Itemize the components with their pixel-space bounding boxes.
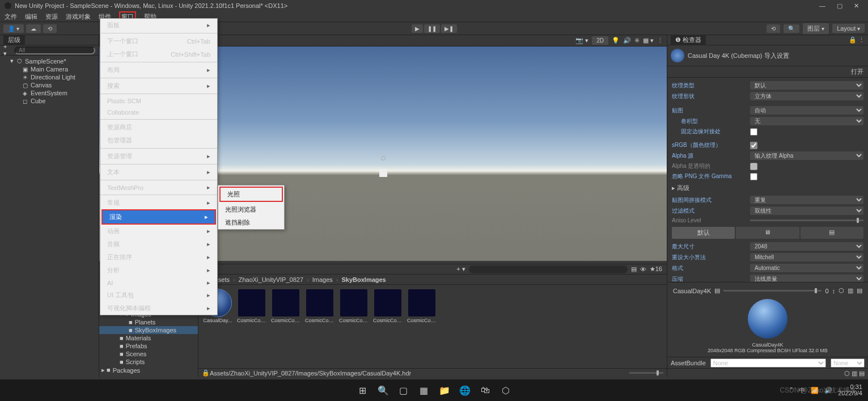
bottom-icon3[interactable]: ▤ xyxy=(859,370,865,377)
tree-materials[interactable]: ■ Materials xyxy=(99,334,198,342)
project-search-input[interactable] xyxy=(469,265,628,273)
resize-dropdown[interactable]: Mitchell xyxy=(750,253,863,261)
menu-item[interactable]: Collaborate xyxy=(100,107,217,118)
breadcrumb-zhaoxi[interactable]: ZhaoXi_UnityVIP_0827 xyxy=(239,276,303,283)
assetbundle-variant-dropdown[interactable]: None xyxy=(831,358,865,368)
project-filter-icon[interactable]: ▤ xyxy=(631,265,637,273)
widgets-icon[interactable]: ▦ xyxy=(417,383,431,398)
breadcrumb-images[interactable]: Images xyxy=(312,276,333,283)
play-button[interactable]: ▶ xyxy=(412,24,423,33)
scene-gizmos-dropdown[interactable]: ▦ ▾ xyxy=(643,37,654,44)
platform-default-tab[interactable]: 默认 xyxy=(672,227,735,239)
menu-item[interactable]: Plastic SCM xyxy=(100,95,217,107)
project-add-button[interactable]: + ▾ xyxy=(456,265,465,273)
layout-dropdown[interactable]: Layout ▾ xyxy=(832,24,865,33)
scene-more-icon[interactable]: ⋮ xyxy=(657,37,663,44)
srgb-checkbox[interactable] xyxy=(750,142,757,149)
menu-item[interactable]: 音频▸ xyxy=(100,238,217,251)
filter-dropdown[interactable]: 双线性 xyxy=(750,206,863,215)
menu-gameobject[interactable]: 游戏对象 xyxy=(66,12,91,21)
scene-2d-toggle[interactable]: 2D xyxy=(592,36,608,45)
scene-cube-object[interactable] xyxy=(379,169,387,177)
hierarchy-search-input[interactable] xyxy=(14,47,95,54)
assetbundle-dropdown[interactable]: None xyxy=(710,358,826,368)
hierarchy-item-camera[interactable]: ▣Main Camera xyxy=(0,65,99,73)
asset-thumb[interactable]: CosmicCoo... xyxy=(271,289,300,323)
compress-dropdown[interactable]: 法线质量 xyxy=(750,275,863,282)
bottom-icon2[interactable]: ▥ xyxy=(852,370,857,377)
menu-item[interactable]: 渲染▸ xyxy=(101,209,216,225)
taskview-icon[interactable]: ▢ xyxy=(396,383,411,398)
advanced-foldout[interactable]: ▸ 高级 xyxy=(672,181,863,195)
menu-edit[interactable]: 编辑 xyxy=(25,12,37,21)
texture-shape-dropdown[interactable]: 立方体 xyxy=(750,92,863,100)
inspector-tab[interactable]: ❶ 检查器 xyxy=(671,35,706,45)
scene-camera-icon[interactable]: 📷 ▾ xyxy=(575,37,588,44)
menu-item[interactable]: 常规▸ xyxy=(100,196,217,209)
hierarchy-item-eventsystem[interactable]: ◈EventSystem xyxy=(0,89,99,97)
scene-audio-toggle[interactable]: 🔊 xyxy=(623,37,631,44)
edge-icon[interactable]: 🌐 xyxy=(458,383,472,398)
asset-thumb[interactable]: CosmicCoo... xyxy=(373,289,403,323)
preview-mode-icon[interactable]: ▤ xyxy=(714,287,720,294)
hierarchy-item-canvas[interactable]: ▢Canvas xyxy=(0,81,99,89)
tree-packages[interactable]: ▸ ■ Packages xyxy=(99,366,198,374)
project-hidden-icon[interactable]: 👁 xyxy=(640,266,646,273)
hierarchy-item-light[interactable]: ☀Directional Light xyxy=(0,73,99,81)
menu-item[interactable]: 搜索▸ xyxy=(100,79,217,92)
texture-type-dropdown[interactable]: 默认 xyxy=(750,81,863,90)
menu-item[interactable]: 布局▸ xyxy=(100,64,217,77)
menu-file[interactable]: 文件 xyxy=(5,12,17,21)
submenu-item[interactable]: 遮挡剔除 xyxy=(218,216,284,229)
breadcrumb-skybox[interactable]: SkyBoxImages xyxy=(341,276,386,283)
menu-item[interactable]: 可视化脚本编程▸ xyxy=(100,302,217,315)
inspector-lock-icon[interactable]: 🔒 ⋮ xyxy=(849,36,865,44)
tree-skyboximages[interactable]: ■ SkyBoxImages xyxy=(99,326,198,334)
menu-item[interactable]: 面板▸ xyxy=(100,19,217,32)
ignore-png-checkbox[interactable] xyxy=(750,173,757,180)
account-button[interactable]: 👤 ▾ xyxy=(3,24,24,33)
fixup-checkbox[interactable] xyxy=(750,128,757,136)
search-button[interactable]: 🔍 xyxy=(784,24,799,33)
close-button[interactable]: ✕ xyxy=(854,2,859,10)
minimize-button[interactable]: — xyxy=(819,2,825,10)
tree-scripts[interactable]: ■ Scripts xyxy=(99,358,198,366)
menu-item[interactable]: 资源商店 xyxy=(100,121,217,134)
submenu-item[interactable]: 光照浏览器 xyxy=(218,203,284,216)
scene-item[interactable]: ▾⬡SampleScene* xyxy=(0,57,99,65)
menu-item[interactable]: 分析▸ xyxy=(100,264,217,277)
format-dropdown[interactable]: Automatic xyxy=(750,264,863,272)
thumbnail-size-slider[interactable] xyxy=(629,372,663,374)
submenu-item[interactable]: 光照 xyxy=(219,187,283,202)
alpha-src-dropdown[interactable]: 输入纹理 Alpha xyxy=(750,151,863,160)
wrap-dropdown[interactable]: 重复 xyxy=(750,196,863,204)
menu-item[interactable]: 文本▸ xyxy=(100,166,217,179)
bottom-icon1[interactable]: ⬡ xyxy=(844,370,850,377)
asset-thumb[interactable]: CosmicCoo... xyxy=(339,289,369,323)
preview-icon3[interactable]: ▥ xyxy=(848,287,853,294)
scene-light-toggle[interactable]: 💡 xyxy=(612,37,620,44)
search-icon[interactable]: 🔍 xyxy=(376,383,391,398)
layers-dropdown[interactable]: 图层 ▾ xyxy=(803,23,829,34)
undo-history-button[interactable]: ⟲ xyxy=(767,24,780,33)
tree-scenes2[interactable]: ■ Scenes xyxy=(99,350,198,358)
preview-sphere[interactable] xyxy=(748,299,787,339)
tree-prefabs[interactable]: ■ Prefabs xyxy=(99,342,198,350)
inspector-open-button[interactable]: 打开 xyxy=(851,68,863,75)
cloud-button[interactable]: ☁ xyxy=(26,24,41,33)
maximize-button[interactable]: ▢ xyxy=(837,2,842,10)
menu-item[interactable]: TextMeshPro▸ xyxy=(100,181,217,193)
platform-pc-tab[interactable]: 🖥 xyxy=(736,227,799,239)
preview-icon4[interactable]: ▤ xyxy=(857,287,862,294)
conv-dropdown[interactable]: 无 xyxy=(750,117,863,125)
unity-taskbar-icon[interactable]: ⬡ xyxy=(498,383,513,398)
maxsize-dropdown[interactable]: 2048 xyxy=(750,242,863,251)
scene-light-gizmo[interactable] xyxy=(381,156,386,161)
menu-item[interactable]: UI 工具包▸ xyxy=(100,289,217,302)
tree-planets[interactable]: ■ Planets xyxy=(99,318,198,326)
asset-thumb[interactable]: CosmicCoo... xyxy=(305,289,335,323)
menu-assets[interactable]: 资源 xyxy=(45,12,58,21)
menu-item[interactable]: 包管理器 xyxy=(100,134,217,147)
step-button[interactable]: ▶❚ xyxy=(441,24,457,33)
menu-item[interactable]: AI▸ xyxy=(100,277,217,289)
